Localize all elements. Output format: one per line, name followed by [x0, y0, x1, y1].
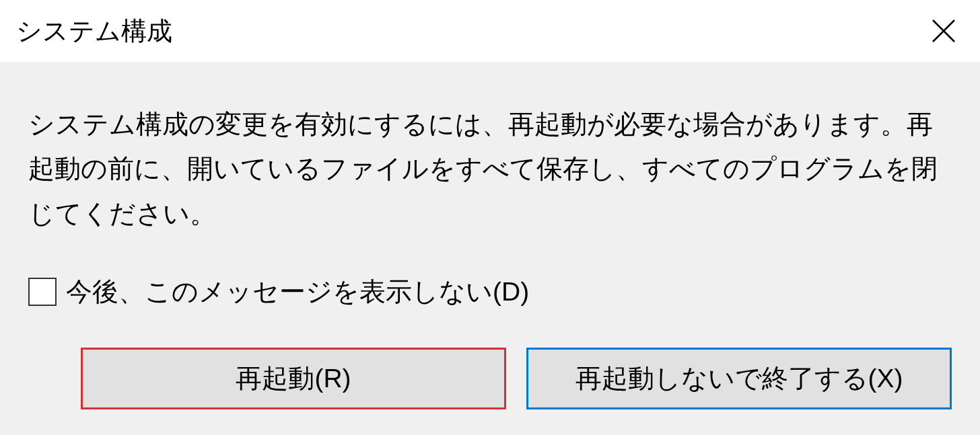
- titlebar: システム構成: [0, 0, 980, 62]
- restart-button[interactable]: 再起動(R): [81, 348, 506, 409]
- dont-show-again-label[interactable]: 今後、このメッセージを表示しない(D): [66, 274, 529, 310]
- system-config-dialog: システム構成 システム構成の変更を有効にするには、再起動が必要な場合があります。…: [0, 0, 980, 435]
- exit-without-restart-button[interactable]: 再起動しないで終了する(X): [526, 348, 952, 409]
- dialog-content: システム構成の変更を有効にするには、再起動が必要な場合があります。再起動の前に、…: [0, 62, 980, 435]
- button-row: 再起動(R) 再起動しないで終了する(X): [28, 348, 952, 409]
- close-icon: [930, 17, 957, 44]
- dont-show-again-row[interactable]: 今後、このメッセージを表示しない(D): [28, 274, 952, 310]
- dialog-message: システム構成の変更を有効にするには、再起動が必要な場合があります。再起動の前に、…: [28, 102, 952, 236]
- dont-show-again-checkbox[interactable]: [28, 278, 57, 306]
- dialog-title: システム構成: [16, 14, 172, 48]
- close-button[interactable]: [923, 11, 964, 51]
